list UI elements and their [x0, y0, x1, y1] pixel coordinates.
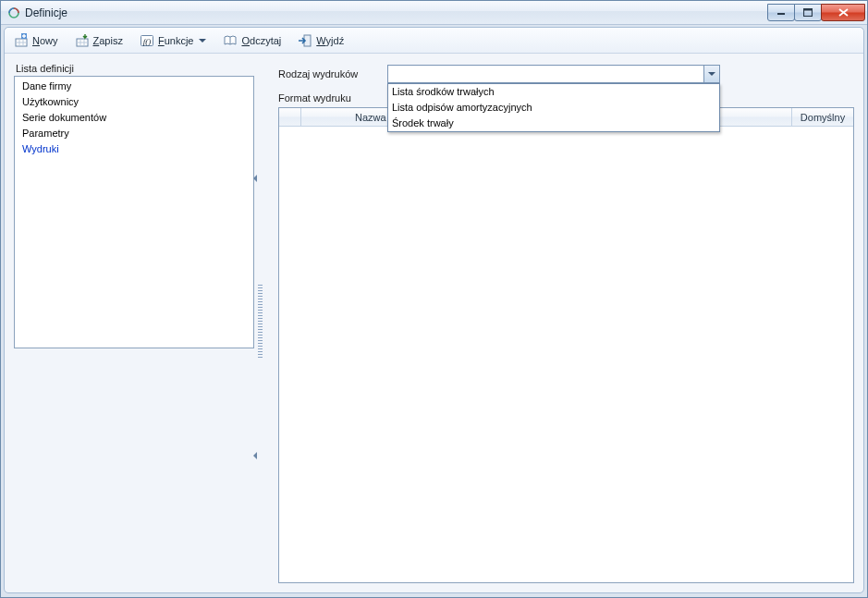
new-label: Nowy: [32, 35, 58, 46]
exit-icon: [298, 33, 312, 48]
dropdown-option[interactable]: Lista środków trwałych: [388, 84, 719, 100]
maximize-button[interactable]: [794, 4, 822, 21]
row-print-type: Rodzaj wydruków Lista środków trwałych L…: [278, 65, 854, 83]
chevron-down-icon: [199, 39, 206, 43]
formats-grid[interactable]: Nazwa f Domyślny: [278, 107, 854, 583]
new-button[interactable]: Nowy: [10, 31, 62, 51]
chevron-down-icon: [708, 72, 715, 76]
list-item[interactable]: Serie dokumentów: [15, 110, 253, 126]
dropdown-option[interactable]: Środek trwały: [388, 116, 719, 131]
minimize-button[interactable]: [767, 4, 795, 21]
window-controls: [768, 4, 865, 21]
grid-row-selector-header[interactable]: [279, 108, 301, 126]
exit-label: Wyjdź: [316, 35, 344, 46]
definition-listbox[interactable]: Dane firmy Użytkownicy Serie dokumentów …: [14, 76, 254, 348]
chevron-left-icon: [253, 452, 257, 459]
save-icon: [75, 33, 90, 48]
list-item[interactable]: Parametry: [15, 126, 253, 141]
grid-body[interactable]: [279, 127, 853, 582]
dropdown-option[interactable]: Lista odpisów amortyzacyjnych: [388, 100, 719, 116]
close-button[interactable]: [821, 4, 865, 21]
print-type-combobox[interactable]: Lista środków trwałych Lista odpisów amo…: [387, 65, 720, 83]
new-icon: [14, 33, 29, 48]
list-item[interactable]: Dane firmy: [15, 79, 253, 94]
right-panel: Rodzaj wydruków Lista środków trwałych L…: [265, 59, 854, 583]
toolbar: Nowy Zapisz f(): [5, 28, 863, 54]
save-button[interactable]: Zapisz: [71, 31, 127, 51]
print-format-label: Format wydruku: [278, 92, 378, 104]
read-label: Odczytaj: [241, 35, 281, 46]
left-panel: Lista definicji Dane firmy Użytkownicy S…: [14, 59, 254, 583]
content-area: Lista definicji Dane firmy Użytkownicy S…: [5, 54, 863, 592]
save-label: Zapisz: [93, 35, 123, 46]
combobox-value: [391, 67, 703, 82]
combobox-toggle[interactable]: [703, 66, 719, 82]
list-item[interactable]: Wydruki: [15, 141, 253, 157]
vertical-splitter[interactable]: [254, 59, 265, 583]
titlebar: Definicje: [1, 1, 867, 25]
listbox-label: Lista definicji: [14, 59, 254, 76]
splitter-handle[interactable]: [258, 285, 263, 359]
app-window: Definicje: [0, 0, 868, 598]
window-title: Definicje: [25, 6, 768, 19]
print-type-label: Rodzaj wydruków: [278, 68, 378, 79]
app-icon: [6, 6, 21, 20]
list-item[interactable]: Użytkownicy: [15, 94, 253, 110]
functions-label: Funkcje: [158, 35, 194, 46]
functions-button[interactable]: f() Funkcje: [136, 31, 211, 51]
read-icon: [223, 33, 238, 48]
combobox-dropdown[interactable]: Lista środków trwałych Lista odpisów amo…: [387, 83, 720, 132]
svg-rect-3: [804, 8, 813, 10]
svg-text:f(): f(): [143, 36, 152, 45]
functions-icon: f(): [140, 33, 154, 48]
exit-button[interactable]: Wyjdź: [294, 31, 348, 51]
grid-col-default[interactable]: Domyślny: [792, 108, 853, 126]
client-panel: Nowy Zapisz f(): [4, 27, 864, 593]
read-button[interactable]: Odczytaj: [219, 31, 285, 51]
svg-rect-1: [777, 13, 785, 15]
chevron-left-icon: [253, 175, 257, 182]
